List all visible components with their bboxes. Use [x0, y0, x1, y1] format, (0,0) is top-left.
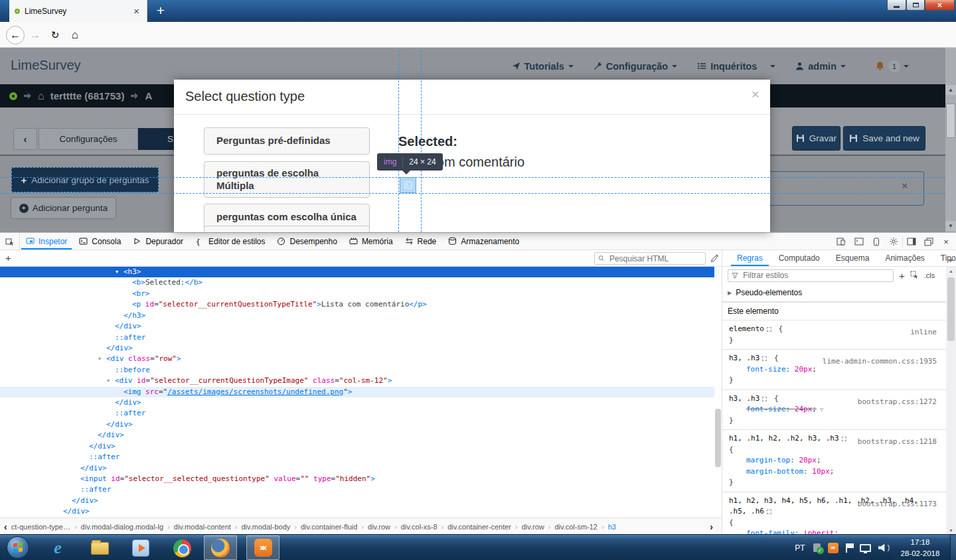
- add-node-button[interactable]: +: [5, 252, 11, 263]
- file-explorer-icon[interactable]: [90, 539, 110, 557]
- sidebar-tab-regras[interactable]: Regras: [729, 250, 771, 266]
- add-question-button[interactable]: + Adicionar pergunta: [11, 197, 116, 219]
- tree-row[interactable]: </div>: [0, 397, 714, 408]
- tree-row[interactable]: <p id="selector__currentQuestionTypeTitl…: [0, 299, 714, 310]
- xampp-tray-icon[interactable]: ××: [828, 543, 838, 553]
- tree-row[interactable]: </div>: [0, 430, 714, 441]
- devtools-tab-consola[interactable]: Consola: [73, 233, 127, 249]
- pick-element-icon[interactable]: [0, 233, 20, 249]
- tree-row[interactable]: ::after: [0, 408, 714, 419]
- crumb-div-row[interactable]: div.row: [522, 523, 544, 531]
- home-crumb-icon[interactable]: ⌂: [38, 90, 44, 102]
- nav-admin[interactable]: admin: [795, 61, 846, 72]
- crumbs-prev-icon[interactable]: ‹: [4, 522, 7, 532]
- volume-tray-icon[interactable]: ): [878, 544, 890, 552]
- rule-source-link[interactable]: bootstrap.css:1218: [858, 437, 937, 448]
- scroll-down-icon[interactable]: ▼: [945, 221, 956, 231]
- filter-styles-input[interactable]: [742, 270, 890, 281]
- tree-row[interactable]: ::before: [0, 365, 714, 376]
- save-button[interactable]: Gravar: [792, 126, 840, 151]
- modal-close-icon[interactable]: ×: [752, 86, 759, 102]
- question-type-button-perguntas-de-escolha-m-ltipla[interactable]: perguntas de escolha Múltipla: [204, 161, 370, 198]
- devtools-tab-editor-de-estilos[interactable]: { }Editor de estilos: [189, 233, 271, 249]
- tab-close-icon[interactable]: ×: [131, 6, 141, 16]
- page-scrollbar[interactable]: ▲ ▼: [945, 48, 956, 232]
- tree-row[interactable]: <br>: [0, 289, 714, 299]
- tree-row[interactable]: </div>: [0, 343, 714, 354]
- css-rule[interactable]: elemento {inline}: [722, 320, 946, 350]
- media-player-icon[interactable]: [131, 539, 151, 557]
- device-icon[interactable]: [868, 233, 885, 250]
- crumb-h3[interactable]: h3: [608, 523, 616, 531]
- devtools-tab-rede[interactable]: Rede: [399, 233, 443, 249]
- tree-row[interactable]: <img src="/assets/images/screenshots/und…: [0, 387, 714, 397]
- rule-source-link[interactable]: lime-admin-common.css:1935: [823, 356, 937, 368]
- scroll-up-icon[interactable]: ▲: [945, 85, 956, 95]
- split-console-icon[interactable]: [850, 233, 868, 250]
- tree-row[interactable]: </div>: [0, 506, 714, 517]
- sidebar-overflow-icon[interactable]: [948, 259, 953, 265]
- crumb-ct-question-type[interactable]: ct-question-type…: [11, 523, 70, 531]
- window-minimize-button[interactable]: [887, 0, 906, 11]
- collapse-button[interactable]: ‹: [13, 128, 37, 150]
- firefox-taskbar-button[interactable]: [204, 535, 237, 560]
- eyedropper-icon[interactable]: [708, 252, 721, 265]
- tree-row[interactable]: </h3>: [0, 311, 714, 321]
- sidebar-tab-computado[interactable]: Computado: [771, 250, 828, 266]
- tree-row[interactable]: </div>: [0, 321, 714, 332]
- crumb-div-modal-body[interactable]: div.modal-body: [242, 523, 291, 531]
- crumb-div-modal-dialog-modal-lg[interactable]: div.modal-dialog.modal-lg: [81, 523, 164, 531]
- scroll-up-icon[interactable]: ▲: [946, 267, 956, 275]
- separate-window-icon[interactable]: [920, 233, 937, 250]
- tab-structure-partial[interactable]: S: [138, 128, 175, 150]
- tree-row[interactable]: ::after: [0, 452, 714, 462]
- tree-row[interactable]: </div>: [0, 496, 714, 506]
- tree-row[interactable]: </div>: [0, 463, 714, 474]
- scrollbar-thumb[interactable]: [946, 104, 955, 138]
- scrollbar-thumb[interactable]: [947, 277, 955, 341]
- tree-row[interactable]: ::after: [0, 332, 714, 343]
- highlight-selector-icon[interactable]: [767, 510, 771, 514]
- chrome-icon[interactable]: [172, 539, 192, 557]
- search-html-input[interactable]: [608, 253, 702, 264]
- nav-configuracao[interactable]: Configuração: [594, 61, 677, 72]
- save-and-new-button[interactable]: Save and new: [843, 126, 925, 151]
- question-type-button-partial[interactable]: [204, 226, 370, 232]
- browser-tab[interactable]: LimeSurvey ×: [9, 0, 147, 22]
- crumb-div-row[interactable]: div.row: [368, 523, 390, 531]
- css-rule[interactable]: h1, .h1, h2, .h2, h3, .h3bootstrap.css:1…: [722, 430, 946, 492]
- devtools-tab-desempenho[interactable]: Desempenho: [271, 233, 343, 249]
- devtools-tab-armazenamento[interactable]: Armazenamento: [442, 233, 525, 249]
- highlight-elements-icon[interactable]: [910, 271, 919, 281]
- expand-icon[interactable]: ▼: [116, 267, 118, 277]
- highlight-selector-icon[interactable]: [762, 397, 767, 401]
- window-restore-button[interactable]: [906, 0, 925, 11]
- devtools-tab-inspetor[interactable]: Inspetor: [20, 233, 73, 249]
- clock[interactable]: 17:18 28-02-2018: [897, 537, 943, 559]
- new-tab-button[interactable]: +: [151, 1, 170, 20]
- window-close-button[interactable]: ×: [925, 0, 955, 11]
- back-button[interactable]: ←: [5, 22, 25, 48]
- crumb-div-container-center[interactable]: div.container-center: [447, 523, 511, 531]
- css-rule[interactable]: h3, .h3 {bootstrap.css:1272font-size: 24…: [722, 390, 946, 431]
- expand-icon[interactable]: ▼: [107, 376, 110, 386]
- action-center-flag-icon[interactable]: [846, 543, 852, 553]
- sidebar-tab-anima-es[interactable]: Animações: [877, 250, 932, 266]
- css-declaration[interactable]: margin-bottom: 10px;: [729, 466, 941, 478]
- crumb-div-container-fluid[interactable]: div.container-fluid: [301, 523, 357, 531]
- css-rule[interactable]: h1, h2, h3, h4, h5, h6, .h1, .h2, .h3, .…: [722, 492, 946, 535]
- css-rule[interactable]: h3, .h3 {lime-admin-common.css:1935font-…: [722, 350, 946, 390]
- alert-close-icon[interactable]: ×: [902, 180, 908, 191]
- css-declaration[interactable]: margin-top: 20px;: [729, 455, 941, 466]
- crumbs-next-icon[interactable]: ›: [710, 522, 713, 532]
- tree-row[interactable]: <b>Selected:</b>: [0, 277, 714, 288]
- start-button[interactable]: [7, 536, 29, 559]
- network-tray-icon[interactable]: [860, 544, 871, 552]
- highlight-selector-icon[interactable]: [767, 327, 771, 332]
- home-button[interactable]: ⌂: [66, 22, 84, 48]
- tab-configuracoes[interactable]: Configurações: [39, 128, 138, 150]
- add-rule-icon[interactable]: +: [899, 270, 905, 281]
- responsive-mode-icon[interactable]: [833, 233, 850, 250]
- tree-row[interactable]: </div>: [0, 441, 714, 452]
- show-desktop-button[interactable]: [950, 535, 956, 560]
